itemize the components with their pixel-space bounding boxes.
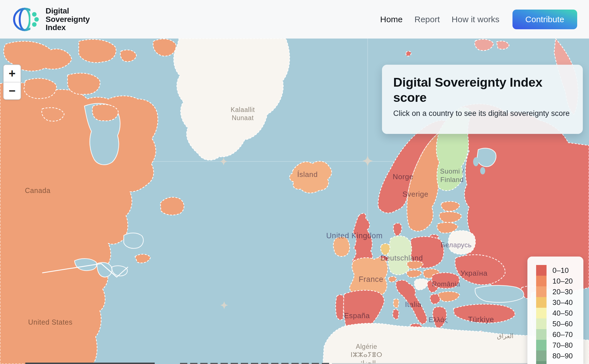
globe-network-logo-icon — [12, 5, 41, 34]
legend-swatch — [536, 340, 547, 350]
brand-title: Digital Sovereignty Index — [46, 7, 90, 32]
contribute-button[interactable]: Contribute — [512, 10, 577, 29]
legend-label: 40–50 — [552, 309, 573, 318]
legend-label: 0–10 — [552, 266, 569, 275]
legend-swatch — [536, 308, 547, 318]
legend-row: 50–60 — [536, 318, 583, 329]
legend-row: 10–20 — [536, 276, 583, 286]
country-sardinia[interactable] — [393, 309, 399, 319]
legend-swatch — [536, 361, 547, 364]
country-belarus[interactable] — [448, 231, 475, 254]
score-card-title: Digital Sovereignty Index score — [393, 75, 572, 105]
country-corsica[interactable] — [393, 299, 399, 308]
legend-label: 50–60 — [552, 320, 573, 328]
legend-swatch — [536, 329, 547, 340]
zoom-in-button[interactable]: + — [4, 65, 21, 82]
country-portugal[interactable] — [336, 295, 344, 320]
legend-row: 70–80 — [536, 340, 583, 350]
zoom-out-button[interactable]: − — [4, 82, 21, 99]
nav-item-how-it-works[interactable]: How it works — [452, 15, 500, 24]
legend-row: 30–40 — [536, 297, 583, 308]
legend-swatch — [536, 265, 547, 276]
legend-row: 40–50 — [536, 308, 583, 318]
nav-item-report[interactable]: Report — [415, 15, 440, 24]
legend-label: 60–70 — [552, 330, 573, 339]
legend-row: 0–10 — [536, 265, 583, 276]
legend-swatch — [536, 350, 547, 361]
app-header: Digital Sovereignty Index HomeReportHow … — [0, 0, 589, 39]
brand[interactable]: Digital Sovereignty Index — [12, 5, 90, 34]
gulf-st-lawrence — [124, 233, 143, 248]
legend-label: 80–90 — [552, 352, 573, 360]
country-germany[interactable] — [388, 236, 412, 275]
country-romania[interactable] — [432, 273, 459, 288]
score-card-subtitle: Click on a country to see its digital so… — [393, 109, 572, 118]
legend-label: 70–80 — [552, 341, 573, 350]
legend-label: 20–30 — [552, 287, 573, 296]
white-sea — [477, 148, 496, 167]
world-map[interactable]: Kalaallit NunaatCanadaUnited StatesÍslan… — [0, 39, 589, 364]
nav-item-home[interactable]: Home — [380, 15, 403, 24]
legend-label: 30–40 — [552, 298, 573, 307]
score-legend: 0–1010–2020–3030–4040–5050–6060–7070–808… — [527, 257, 583, 364]
legend-label: 90–100 — [552, 362, 577, 364]
legend-row: 90–100 — [536, 361, 583, 364]
legend-row: 80–90 — [536, 350, 583, 361]
country-newfoundland[interactable] — [160, 197, 184, 215]
legend-swatch — [536, 276, 547, 286]
legend-row: 20–30 — [536, 286, 583, 297]
legend-swatch — [536, 297, 547, 308]
legend-label: 10–20 — [552, 277, 573, 286]
legend-swatch — [536, 286, 547, 297]
black-sea — [475, 286, 524, 302]
score-info-card: Digital Sovereignty Index score Click on… — [382, 65, 583, 134]
legend-row: 60–70 — [536, 329, 583, 340]
main-nav: HomeReportHow it works — [380, 15, 499, 24]
map-zoom-control: + − — [3, 64, 21, 100]
country-ireland[interactable] — [333, 237, 350, 257]
legend-swatch — [536, 318, 547, 329]
